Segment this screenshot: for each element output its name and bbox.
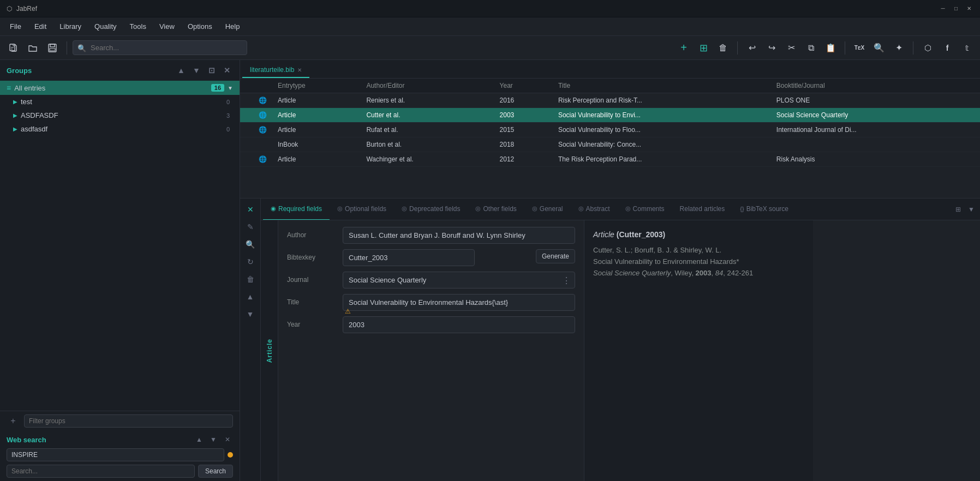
tab-bibtex-source[interactable]: {} BibTeX source <box>732 199 796 220</box>
cleanup-button[interactable]: ✦ <box>890 39 907 57</box>
table-row[interactable]: 🌐 Article Wachinger et al. 2012 The Risk… <box>240 152 980 167</box>
toolbar-entry-group: + ⊞ 🗑 <box>675 39 732 57</box>
facebook-button[interactable]: f <box>939 39 956 57</box>
groups-down-button[interactable]: ▼ <box>190 64 202 76</box>
web-search-query-input[interactable] <box>7 465 195 478</box>
menu-options[interactable]: Options <box>182 20 218 33</box>
search-fulltext-button[interactable]: 🔍 <box>870 39 888 57</box>
panel-content: ◉ Required fields ◎ Optional fields ◎ De… <box>261 199 980 481</box>
web-search-up-button[interactable]: ▲ <box>194 434 205 445</box>
tab-required-fields[interactable]: ◉ Required fields <box>263 199 330 220</box>
all-entries-row[interactable]: ≡ All entries 16 ▼ <box>0 81 240 95</box>
col-header-title[interactable]: Title <box>553 79 771 93</box>
group-item-asdfasdf2[interactable]: ▶ asdfasdf 0 <box>0 122 240 136</box>
bibtexkey-input[interactable] <box>343 249 475 266</box>
table-row[interactable]: 🌐 Article Cutter et al. 2003 Social Vuln… <box>240 108 980 123</box>
title-input[interactable] <box>343 294 575 311</box>
web-search-close-button[interactable]: ✕ <box>222 434 233 445</box>
menu-quality[interactable]: Quality <box>89 20 122 33</box>
side-down-button[interactable]: ▼ <box>243 306 258 322</box>
row-year-4: 2018 <box>494 137 553 152</box>
minimize-button[interactable]: ─ <box>939 4 947 13</box>
group-item-asdfasdf[interactable]: ▶ ASDFASDF 3 <box>0 109 240 122</box>
col-header-year[interactable]: Year <box>494 79 553 93</box>
side-refresh-button[interactable]: ↻ <box>243 254 258 269</box>
web-search-down-button[interactable]: ▼ <box>208 434 219 445</box>
field-tabs-chevron-button[interactable]: ▼ <box>965 203 978 216</box>
web-search-button[interactable]: Search <box>198 465 233 478</box>
author-input[interactable] <box>343 227 575 244</box>
search-input[interactable] <box>73 40 247 55</box>
cut-button[interactable]: ✂ <box>782 39 800 57</box>
tab-related-articles[interactable]: Related articles <box>672 199 733 220</box>
generate-button[interactable]: Generate <box>536 249 575 263</box>
github-button[interactable]: ⬡ <box>919 39 936 57</box>
col-header-entrytype[interactable]: Entrytype <box>272 79 361 93</box>
tab-optional-fields[interactable]: ◎ Optional fields <box>330 199 394 220</box>
group-chevron-asdfasdf: ▶ <box>13 112 17 118</box>
year-input[interactable] <box>343 316 575 333</box>
add-entry-type-button[interactable]: ⊞ <box>695 39 712 57</box>
bibtex-source-icon: {} <box>740 206 744 212</box>
col-header-author[interactable]: Author/Editor <box>361 79 494 93</box>
copy-button[interactable]: ⧉ <box>802 39 820 57</box>
redo-button[interactable]: ↪ <box>763 39 780 57</box>
tab-general[interactable]: ◎ General <box>524 199 571 220</box>
inspire-select[interactable]: INSPIRE <box>7 448 224 461</box>
row-mark-4 <box>240 137 253 152</box>
table-row[interactable]: InBook Burton et al. 2018 Social Vulnera… <box>240 137 980 152</box>
col-header-journal[interactable]: Booktitle/Journal <box>771 79 980 93</box>
new-library-button[interactable] <box>4 39 22 57</box>
close-button[interactable]: ✕ <box>965 4 973 13</box>
side-close-button[interactable]: ✕ <box>243 202 258 217</box>
menu-edit[interactable]: Edit <box>29 20 52 33</box>
twitter-button[interactable]: 𝕥 <box>958 39 976 57</box>
menu-library[interactable]: Library <box>54 20 87 33</box>
tab-comments[interactable]: ◎ Comments <box>618 199 672 220</box>
side-edit-button[interactable]: ✎ <box>243 219 258 235</box>
tab-literaturteile[interactable]: literaturteile.bib ✕ <box>242 63 309 78</box>
side-up-button[interactable]: ▲ <box>243 289 258 304</box>
menu-help[interactable]: Help <box>220 20 246 33</box>
row-entrytype-3: Article <box>272 123 361 137</box>
filter-groups-input[interactable] <box>24 414 233 428</box>
add-group-button[interactable]: + <box>7 414 20 428</box>
row-mark-3 <box>240 123 253 137</box>
field-tabs-overflow-button[interactable]: ⊞ <box>952 203 965 216</box>
group-item-test[interactable]: ▶ test 0 <box>0 95 240 109</box>
info-journal-line: Social Science Quarterly, Wiley, 2003, 8… <box>593 268 804 279</box>
save-library-button[interactable] <box>44 39 61 57</box>
toolbar-edit-group: ↩ ↪ ✂ ⧉ 📋 <box>743 39 839 57</box>
menu-view[interactable]: View <box>154 20 180 33</box>
bibtexkey-label: Bibtexkey <box>287 249 336 261</box>
table-row[interactable]: 🌐 Article Reniers et al. 2016 Risk Perce… <box>240 93 980 108</box>
groups-up-button[interactable]: ▲ <box>175 64 187 76</box>
row-entrytype-4: InBook <box>272 137 361 152</box>
row-globe-2: 🌐 <box>253 108 272 123</box>
tab-abstract[interactable]: ◎ Abstract <box>571 199 618 220</box>
side-delete-button[interactable]: 🗑 <box>243 272 258 287</box>
menu-tools[interactable]: Tools <box>124 20 152 33</box>
open-library-button[interactable] <box>24 39 41 57</box>
menu-file[interactable]: File <box>4 20 27 33</box>
tab-deprecated-fields[interactable]: ◎ Deprecated fields <box>394 199 468 220</box>
undo-button[interactable]: ↩ <box>743 39 761 57</box>
tab-other-fields[interactable]: ◎ Other fields <box>468 199 524 220</box>
row-title-1: Risk Perception and Risk-T... <box>553 93 771 108</box>
tab-close-button[interactable]: ✕ <box>297 67 302 73</box>
title-warning-icon: ⚠ <box>345 308 351 315</box>
side-search-button[interactable]: 🔍 <box>243 237 258 252</box>
add-group-row: + <box>0 411 240 431</box>
app-title: JabRef <box>16 5 37 13</box>
optional-fields-label: Optional fields <box>345 205 386 213</box>
journal-input[interactable] <box>343 272 575 288</box>
maximize-button[interactable]: □ <box>952 4 960 13</box>
groups-close-button[interactable]: ✕ <box>221 64 233 76</box>
delete-entry-button[interactable]: 🗑 <box>714 39 732 57</box>
add-entry-button[interactable]: + <box>675 39 692 57</box>
tab-label: literaturteile.bib <box>250 66 294 74</box>
groups-expand-button[interactable]: ⊡ <box>206 64 218 76</box>
paste-button[interactable]: 📋 <box>822 39 839 57</box>
tex-connect-button[interactable]: TEX <box>851 39 868 57</box>
table-row[interactable]: 🌐 Article Rufat et al. 2015 Social Vulne… <box>240 123 980 137</box>
